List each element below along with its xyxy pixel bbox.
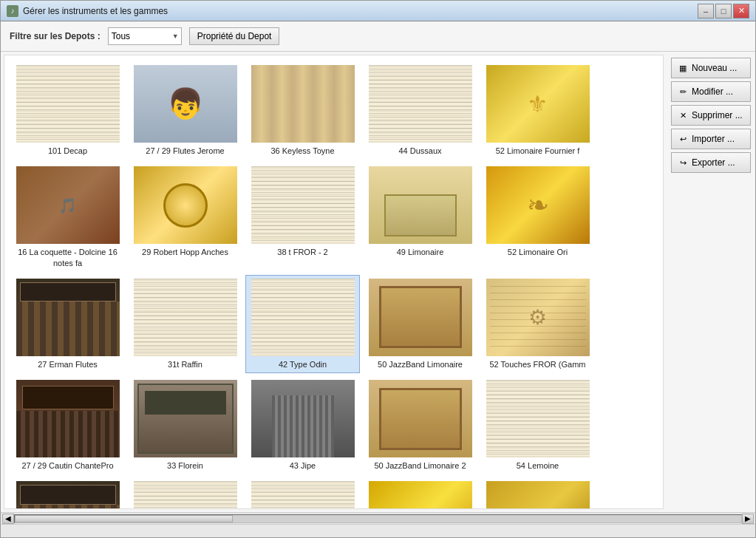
item-label: 43 Jipe — [290, 460, 316, 471]
thumbnail — [134, 166, 237, 244]
item-label: 29 Robert Hopp Anches — [142, 247, 228, 257]
list-item[interactable]: 36 Keyless Toyne — [245, 61, 360, 160]
modifier-label: Modifier ... — [692, 86, 733, 97]
list-item[interactable]: 33 Florein — [128, 376, 242, 474]
list-item[interactable]: 54 Lemoine — [480, 376, 595, 474]
list-item[interactable]: ❧ 84 Mortier Claude C — [480, 477, 595, 509]
thumbnail — [369, 279, 472, 356]
thumbnail: ⚙ — [486, 279, 590, 356]
nouveau-button[interactable]: ▦ Nouveau ... — [671, 58, 751, 78]
nouveau-icon: ▦ — [678, 63, 688, 73]
toolbar: Filtre sur les Depots : Tous Depot 1 Dep… — [1, 21, 755, 52]
nouveau-label: Nouveau ... — [692, 63, 737, 73]
importer-label: Importer ... — [692, 134, 735, 144]
exporter-label: Exporter ... — [692, 157, 735, 168]
item-label: 27 / 29 Flutes Jerome — [146, 146, 224, 156]
list-item[interactable]: ⚜ 52 Limonaire Fournier — [363, 477, 477, 509]
list-item[interactable]: 35 Limonaire — [128, 477, 242, 509]
scroll-left-button[interactable]: ◀ — [2, 514, 14, 524]
gallery-area[interactable]: 101 Decap 👦 27 / 29 Flutes Jerome 36 Key… — [4, 55, 664, 509]
list-item[interactable]: 50 JazzBand Limonaire — [363, 275, 477, 373]
thumbnail — [369, 380, 472, 457]
filter-select-wrapper: Tous Depot 1 Depot 2 — [108, 27, 182, 45]
importer-icon: ↩ — [678, 134, 688, 144]
thumbnail: ❧ — [486, 166, 590, 244]
list-item[interactable]: 27 / 29 Cautin ChantePro — [10, 376, 125, 474]
scrollbar-thumb[interactable] — [15, 515, 233, 522]
item-label: 50 JazzBand Limonaire 2 — [374, 460, 466, 471]
list-item[interactable]: 31t Raffin — [128, 275, 242, 373]
list-item[interactable]: 👦 27 / 29 Flutes Jerome — [128, 61, 242, 160]
importer-button[interactable]: ↩ Importer ... — [671, 129, 751, 149]
list-item[interactable]: 101 Decap — [10, 61, 125, 160]
list-item[interactable]: 42 Type Odin — [245, 275, 360, 373]
item-label: 52 Limonaire Ori — [508, 247, 568, 257]
item-label: 54 Lemoine — [517, 460, 559, 471]
modifier-button[interactable]: ✏ Modifier ... — [671, 81, 751, 102]
item-label: 27 Erman Flutes — [38, 359, 98, 370]
list-item[interactable]: 27 / 29 Flutes — [10, 477, 125, 509]
scroll-right-button[interactable]: ▶ — [742, 514, 754, 524]
item-label: 52 Limonaire Fournier f — [496, 146, 580, 156]
supprimer-button[interactable]: ✕ Supprimer ... — [671, 105, 751, 126]
maximize-button[interactable]: □ — [715, 4, 732, 18]
list-item[interactable]: 49 Limonaire — [363, 163, 477, 272]
thumbnail — [251, 65, 355, 143]
filter-select[interactable]: Tous Depot 1 Depot 2 — [108, 27, 182, 45]
item-label: 16 La coquette - Dolcine 16 notes fa — [16, 247, 120, 268]
horizontal-scrollbar[interactable]: ◀ ▶ — [1, 512, 755, 524]
list-item[interactable]: 50 JazzBand Limonaire 2 — [363, 376, 477, 474]
thumbnail — [251, 380, 355, 457]
thumbnail — [369, 166, 472, 244]
list-item[interactable]: 27 Erman Flutes — [10, 275, 125, 373]
thumbnail — [486, 380, 590, 457]
main-content: 101 Decap 👦 27 / 29 Flutes Jerome 36 Key… — [1, 52, 755, 512]
list-item[interactable]: ⚙ 52 Touches FROR (Gamm — [480, 275, 595, 373]
item-label: 52 Touches FROR (Gamm — [489, 359, 585, 370]
list-item[interactable]: 29 Robert Hopp Anches — [128, 163, 242, 272]
thumbnail — [251, 481, 355, 509]
list-item[interactable]: 🎵 16 La coquette - Dolcine 16 notes fa — [10, 163, 125, 272]
gallery-grid: 101 Decap 👦 27 / 29 Flutes Jerome 36 Key… — [10, 61, 664, 509]
thumbnail: ❧ — [486, 481, 590, 509]
item-label: 31t Raffin — [168, 359, 202, 370]
propriete-button[interactable]: Propriété du Depot — [189, 27, 280, 45]
sidebar: ▦ Nouveau ... ✏ Modifier ... ✕ Supprimer… — [667, 52, 755, 512]
filter-label: Filtre sur les Depots : — [10, 31, 101, 41]
thumbnail — [134, 279, 237, 356]
item-label: 101 Decap — [48, 146, 87, 156]
thumbnail — [16, 279, 120, 356]
bottom-area: ◀ ▶ — [1, 512, 755, 537]
scrollbar-track[interactable] — [14, 514, 742, 523]
item-label: 33 Florein — [167, 460, 203, 471]
list-item[interactable]: 44 Dussaux — [363, 61, 477, 160]
thumbnail: ⚜ — [486, 65, 590, 143]
thumbnail: 🎵 — [16, 166, 120, 244]
supprimer-label: Supprimer ... — [692, 110, 743, 120]
item-label: 38 t FROR - 2 — [277, 247, 327, 257]
item-label: 49 Limonaire — [397, 247, 444, 257]
supprimer-icon: ✕ — [678, 110, 688, 120]
status-bar — [1, 524, 755, 537]
list-item[interactable]: 43 Jipe — [245, 376, 360, 474]
item-label: 44 Dussaux — [398, 146, 441, 156]
list-item[interactable]: 38 t FROR - 2 — [245, 163, 360, 272]
item-label: 36 Keyless Toyne — [270, 146, 334, 156]
thumbnail — [16, 65, 120, 143]
thumbnail — [134, 380, 237, 457]
thumbnail — [369, 65, 472, 143]
thumbnail — [251, 166, 355, 244]
item-label: 27 / 29 Cautin ChantePro — [21, 460, 113, 471]
thumbnail: 👦 — [134, 65, 237, 143]
app-icon: ♪ — [7, 5, 18, 17]
window-controls: – □ ✕ — [698, 4, 749, 18]
exporter-icon: ↪ — [678, 157, 688, 168]
list-item[interactable]: ❧ 52 Limonaire Ori — [480, 163, 595, 272]
minimize-button[interactable]: – — [698, 4, 714, 18]
exporter-button[interactable]: ↪ Exporter ... — [671, 152, 751, 173]
list-item[interactable]: ⚜ 52 Limonaire Fournier f — [480, 61, 595, 160]
thumbnail — [251, 279, 355, 356]
thumbnail: ⚜ — [369, 481, 472, 509]
list-item[interactable]: 43 Limonaire — [245, 477, 360, 509]
close-button[interactable]: ✕ — [733, 4, 749, 18]
